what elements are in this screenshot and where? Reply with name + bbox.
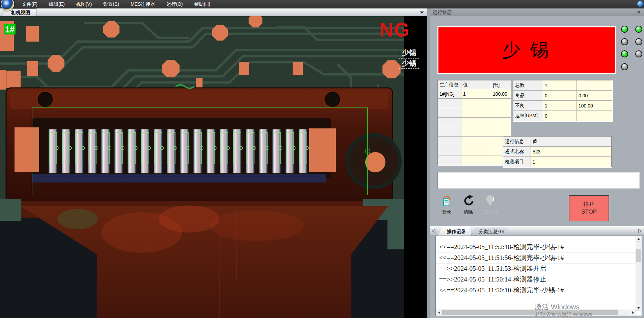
scroll-up-button[interactable]: [636, 236, 641, 242]
table-row: [438, 127, 511, 137]
panel-title: 运行状态: [433, 9, 452, 15]
windows-activation-watermark: 激活 Windows: [535, 302, 580, 312]
cell: 1: [531, 157, 611, 167]
table-row: 不良1100.00: [513, 101, 612, 111]
cell: [461, 137, 491, 146]
menu-items: 文件(F)编辑(E)视图(V)设置(S)MES连接器运行(O)帮助(H): [16, 0, 216, 8]
defect-banner-text: 少 锡: [502, 38, 552, 63]
status-led-green: [635, 26, 642, 33]
log-entry: ==>>2024-05-05_11:51:53-检测器开启: [436, 264, 636, 274]
menu-item-3[interactable]: 设置(S): [98, 0, 125, 8]
header-cell: 运行信息: [503, 137, 531, 147]
panel-title-bar: 运行状态 ×: [430, 8, 644, 16]
vertical-scrollbar[interactable]: [636, 236, 641, 310]
cell: 良品: [513, 91, 543, 101]
table-row: 速率[UPM]0: [513, 111, 612, 121]
log-entry: ==>>2024-05-05_11:50:14-检测器停止: [436, 274, 636, 285]
cell: 1: [461, 89, 491, 99]
scroll-down-button[interactable]: [636, 305, 641, 311]
production-info-table: 生产信息值[%]1#[NG]1100.00: [437, 80, 511, 165]
tab-scroll-right-icon[interactable]: ▷: [638, 228, 642, 233]
cell: 1: [543, 101, 577, 111]
cell: 523: [531, 147, 611, 157]
scroll-left-button[interactable]: [436, 310, 442, 315]
stop-button[interactable]: 停止 STOP: [569, 195, 609, 221]
message-box: [437, 172, 640, 189]
stop-label-cn: 停止: [569, 200, 609, 208]
menu-item-4[interactable]: MES连接器: [125, 0, 161, 8]
stop-label-en: STOP: [569, 208, 609, 216]
clear-button[interactable]: 清除: [457, 194, 479, 215]
cell: [577, 80, 612, 91]
table-row: [438, 118, 511, 127]
defect-banner: 少 锡: [437, 26, 616, 74]
log-entry: <<==2024-05-05_11:50:10-检测完毕-少锡-1#: [436, 285, 636, 296]
circular-arrow-icon: [462, 194, 474, 206]
header-cell: [%]: [491, 80, 511, 89]
app-badge-icon: [637, 1, 643, 7]
cell: 1: [543, 80, 577, 91]
cell: [438, 137, 461, 146]
menu-item-2[interactable]: 视图(V): [71, 0, 98, 8]
status-led-gray: [635, 50, 642, 57]
defect-tag: 少锡: [399, 58, 419, 69]
status-led-gray: [621, 38, 628, 45]
cell: [438, 118, 461, 127]
defect-tag-list: 少锡少锡: [399, 48, 419, 69]
menu-item-5[interactable]: 运行(O): [161, 0, 188, 8]
menu-item-6[interactable]: 帮助(H): [188, 0, 216, 8]
header-cell: 值: [461, 80, 491, 89]
log-tab-0[interactable]: 操作记录: [438, 227, 472, 236]
id-badge-icon: [440, 194, 453, 206]
cell: [461, 118, 491, 127]
clear-label: 清除: [457, 209, 479, 215]
cell: 0: [543, 111, 577, 121]
defect-tag: 少锡: [399, 48, 419, 58]
cell: [461, 108, 491, 118]
scroll-right-button[interactable]: [630, 310, 636, 315]
table-row: [438, 137, 511, 146]
cell: 0: [543, 91, 577, 101]
cell: [491, 127, 511, 137]
run-status-panel: 运行状态 × 少 锡 生产信息值[%]1#[NG]1100.00 总数1良品00…: [430, 8, 644, 318]
table-row: 1#[NG]1100.00: [438, 89, 511, 99]
cell: [438, 108, 461, 118]
menu-item-0[interactable]: 文件(F): [16, 0, 43, 8]
cell: 检测项目: [503, 157, 531, 167]
chevron-down-icon[interactable]: [420, 11, 424, 14]
inspection-result-text: NG: [379, 18, 410, 41]
table-row: 检测项目1: [503, 157, 611, 167]
light-bulb-icon: [484, 194, 496, 206]
cell: 100.00: [491, 89, 511, 99]
cell: 总数: [513, 80, 543, 91]
cell: [461, 155, 491, 165]
login-button[interactable]: 登录: [436, 194, 457, 215]
menu-item-1[interactable]: 编辑(E): [43, 0, 71, 8]
close-icon[interactable]: ×: [637, 9, 641, 16]
table-header-row: 运行信息值: [503, 137, 611, 147]
cell: [491, 99, 511, 108]
yield-stats-table: 总数1良品00.00不良1100.00速率[UPM]0: [513, 80, 612, 121]
table-row: 程式名称523: [503, 147, 611, 157]
status-led-green: [621, 50, 628, 57]
vertical-scroll-thumb[interactable]: [636, 249, 641, 262]
table-row: 良品00.00: [513, 91, 612, 101]
cell: [438, 99, 461, 108]
cell: 程式名称: [503, 147, 531, 157]
status-led-gray: [635, 38, 642, 45]
cell: [491, 108, 511, 118]
log-tab-1[interactable]: 分类汇总-1#: [470, 227, 509, 236]
tab-scroll-left-icon[interactable]: ◁: [432, 228, 435, 233]
cell: [438, 155, 461, 165]
cell: 不良: [513, 101, 543, 111]
cell: [461, 146, 491, 155]
windows-activation-watermark-sub: 转到“设置”以激活 Windows。: [535, 312, 597, 318]
table-row: [438, 99, 511, 108]
cell: [491, 118, 511, 127]
table-row: [438, 108, 511, 118]
log-entry: <<==2024-05-05_11:52:18-检测完毕-少锡-1#: [436, 242, 636, 253]
led-light-button[interactable]: LED 灯: [479, 194, 501, 215]
table-row: [438, 155, 511, 165]
menu-bar: 文件(F)编辑(E)视图(V)设置(S)MES连接器运行(O)帮助(H): [0, 0, 644, 8]
camera-pane: 相机视图: [0, 8, 427, 318]
